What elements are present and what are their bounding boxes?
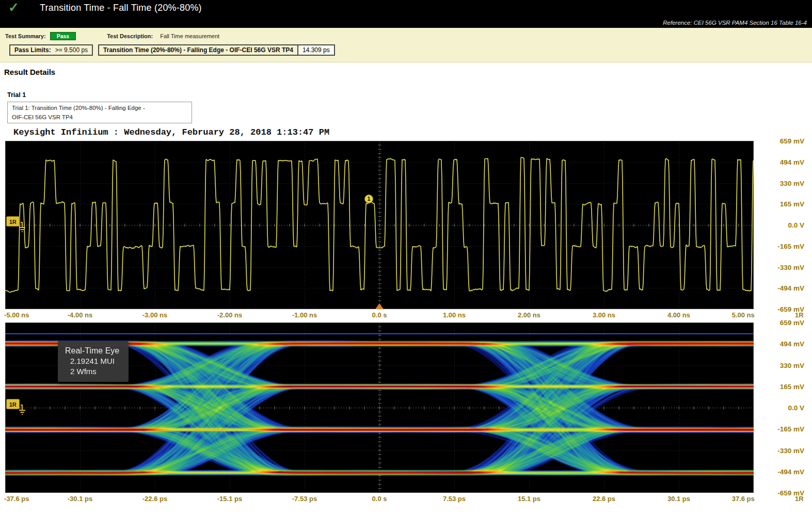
y-tick-label: -494 mV — [777, 468, 804, 475]
pass-check-icon: ✓ — [8, 0, 19, 15]
pass-limits-box: Pass Limits: >= 9.500 ps — [9, 44, 93, 56]
measurement-value: 14.309 ps — [297, 45, 334, 55]
test-description-label: Test Description: — [107, 33, 153, 39]
waveform-canvas — [5, 141, 754, 309]
x-tick-label: 4.00 ns — [667, 311, 690, 319]
eye-y-axis: 659 mV494 mV330 mV165 mV0.0 V-165 mV-330… — [754, 323, 811, 493]
x-tick-label: 30.1 ps — [667, 495, 690, 503]
summary-row-1: Test Summary: Pass Test Description: Fal… — [5, 32, 807, 40]
x-tick-label: 5.00 ns — [732, 311, 755, 319]
x-tick-label: -37.6 ps — [4, 495, 29, 503]
ground-icon — [19, 222, 25, 232]
reference-text: Reference: CEI 56G VSR PAM4 Section 16 T… — [663, 20, 807, 26]
x-tick-label: 2.00 ns — [518, 311, 540, 319]
result-details-heading: Result Details — [4, 68, 812, 78]
summary-row-2: Pass Limits: >= 9.500 ps Transition Time… — [9, 44, 807, 56]
x-tick-label: -22.6 ps — [142, 495, 167, 503]
x-tick-label: 0.0 s — [372, 495, 387, 503]
y-tick-label: 165 mV — [780, 382, 804, 390]
y-tick-label: 330 mV — [780, 361, 804, 369]
eye-plot-area[interactable]: 1R Real-Time Eye 2.19241 MUI 2 Wfms — [5, 323, 754, 493]
trial-heading: Trial 1 — [7, 91, 812, 100]
eye-tooltip: Real-Time Eye 2.19241 MUI 2 Wfms — [58, 341, 129, 382]
x-tick-label: 1.00 ns — [443, 311, 466, 319]
x-tick-label: -15.1 ps — [217, 495, 242, 503]
x-tick-label: -2.00 ns — [217, 311, 242, 319]
measurement-box: Transition Time (20%-80%) - Falling Edge… — [98, 44, 335, 56]
scope-screenshot-title: Keysight Infiniium : Wednesday, February… — [13, 127, 812, 139]
x-tick-label: -7.53 ps — [292, 495, 317, 503]
svg-text:1R: 1R — [9, 219, 17, 225]
y-tick-label: -494 mV — [777, 284, 804, 292]
y-tick-label: -165 mV — [777, 242, 804, 250]
eye-x-axis: 1R -37.6 ps-30.1 ps-22.6 ps-15.1 ps-7.53… — [5, 493, 754, 506]
waveform-x-axis: 1R -5.00 ns-4.00 ns-3.00 ns-2.00 ns-1.00… — [5, 309, 754, 323]
x-tick-label: 22.6 ps — [593, 495, 615, 503]
x-tick-label: 37.6 ps — [732, 495, 755, 503]
ground-icon — [19, 405, 25, 414]
x-tick-label: 7.53 ps — [443, 495, 466, 503]
eye-panel: 1R Real-Time Eye 2.19241 MUI 2 Wfms 659 … — [5, 323, 754, 506]
waveform-marker-1: 1 — [364, 195, 373, 203]
y-tick-label: 0.0 V — [788, 404, 804, 412]
trial-label-line1: Trial 1: Transition Time (20%-80%) - Fal… — [12, 104, 186, 113]
y-tick-label: 330 mV — [780, 179, 804, 187]
x-tick-label: 0.0 s — [372, 311, 387, 319]
y-tick-label: 494 mV — [780, 158, 804, 166]
pass-badge: Pass — [50, 32, 76, 40]
measurement-label: Transition Time (20%-80%) - Falling Edge… — [99, 45, 297, 55]
eye-tooltip-mui: 2.19241 MUI — [65, 356, 119, 366]
y-tick-label: 659 mV — [780, 137, 804, 145]
x-tick-label: 3.00 ns — [593, 311, 615, 319]
channel-1r-marker-icon: 1R — [6, 216, 26, 234]
eye-tooltip-title: Real-Time Eye — [65, 345, 119, 356]
x-tick-label: -5.00 ns — [4, 311, 29, 319]
waveform-y-axis: 659 mV494 mV330 mV165 mV0.0 V-165 mV-330… — [754, 141, 811, 309]
x-tick-label: -4.00 ns — [68, 311, 92, 319]
report-page: ✓ Transition Time - Fall Time (20%-80%) … — [0, 0, 812, 515]
eye-x-axis-channel: 1R — [795, 495, 804, 503]
pass-limits-value: >= 9.500 ps — [55, 46, 88, 54]
x-tick-label: -3.00 ns — [142, 311, 167, 319]
test-summary-band: Test Summary: Pass Test Description: Fal… — [0, 28, 812, 62]
y-tick-label: 494 mV — [780, 340, 804, 348]
y-tick-label: 165 mV — [780, 200, 804, 208]
y-tick-label: 659 mV — [780, 319, 804, 327]
trial-label-box: Trial 1: Transition Time (20%-80%) - Fal… — [7, 102, 192, 123]
test-summary-label: Test Summary: — [5, 33, 46, 39]
eye-tooltip-wfms: 2 Wfms — [65, 366, 119, 377]
y-tick-label: -330 mV — [777, 446, 804, 454]
waveform-plot-area[interactable]: 1R 1 — [5, 141, 754, 309]
trigger-time-icon — [375, 303, 384, 309]
page-title: Transition Time - Fall Time (20%-80%) — [40, 3, 202, 13]
y-tick-label: -165 mV — [777, 425, 804, 433]
waveform-panel: 1R 1 659 mV494 mV330 mV165 mV0.0 V-165 m… — [5, 141, 754, 323]
x-tick-label: 15.1 ps — [518, 495, 540, 503]
pass-limits-label: Pass Limits: — [14, 46, 51, 54]
x-tick-label: -1.00 ns — [292, 311, 317, 319]
channel-1r-marker-icon: 1R — [6, 399, 26, 416]
y-tick-label: 0.0 V — [788, 221, 804, 229]
test-description-value: Fall Time measurement — [160, 33, 219, 39]
header-bar: ✓ Transition Time - Fall Time (20%-80%) … — [0, 0, 812, 28]
trial-label-line2: OIF-CEI 56G VSR TP4 — [12, 113, 186, 122]
svg-text:1R: 1R — [9, 401, 17, 408]
y-tick-label: -330 mV — [777, 263, 804, 271]
x-tick-label: -30.1 ps — [68, 495, 92, 503]
waveform-x-axis-channel: 1R — [795, 311, 804, 319]
